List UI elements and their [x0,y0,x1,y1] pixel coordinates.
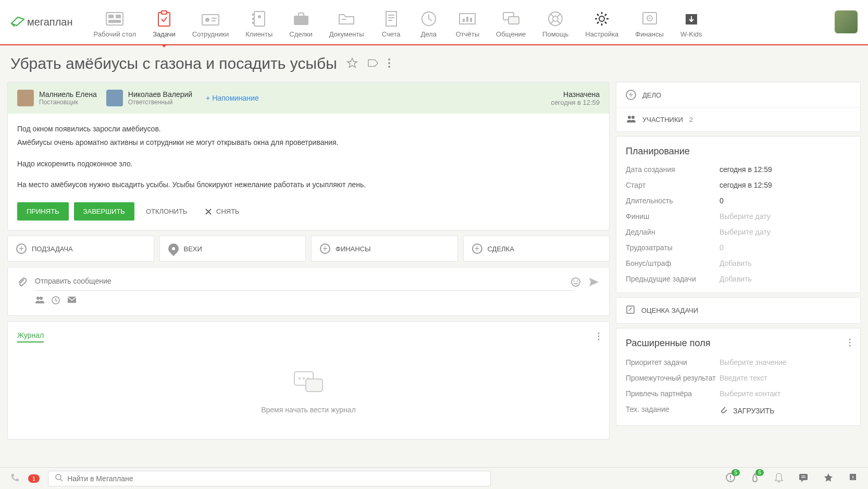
field-value[interactable]: 0 [720,243,724,252]
attachment-icon[interactable] [17,277,27,289]
nav-communication[interactable]: Общение [496,6,526,38]
person-responsible[interactable]: Николаев Валерий Ответственный [106,90,192,106]
nav-clients[interactable]: Клиенты [245,6,272,38]
logo[interactable]: мегаплан [10,16,73,28]
svg-line-65 [60,479,63,481]
plus-icon: + [320,243,330,254]
svg-point-58 [628,116,631,119]
remove-button[interactable]: СНЯТЬ [199,202,245,221]
star-icon[interactable] [346,57,358,70]
svg-rect-3 [108,20,121,23]
svg-rect-5 [162,11,167,14]
comment-icon[interactable] [798,473,809,484]
add-reminder-link[interactable]: + Напоминание [206,94,259,102]
nav-deals[interactable]: Сделки [289,6,312,38]
receipt-icon [381,10,402,27]
user-avatar[interactable] [835,10,858,33]
bell-icon[interactable] [774,472,784,484]
field-placeholder[interactable]: Выберите контакт [720,389,780,398]
mail-icon[interactable] [67,296,77,306]
decline-button[interactable]: ОТКЛОНИТЬ [140,202,193,221]
field-value[interactable]: сегодня в 12:59 [720,181,772,189]
nav-help[interactable]: Помощь [542,6,568,38]
field-value[interactable]: 0 [720,197,724,205]
svg-rect-26 [470,18,472,22]
journal-empty-text: Время начать вести журнал [17,406,600,414]
field-value[interactable]: сегодня в 12:59 [720,165,772,174]
svg-rect-2 [116,15,121,18]
search-icon [55,473,63,483]
nav-documents[interactable]: Документы [329,6,364,38]
rating-panel: ОЦЕНКА ЗАДАЧИ [616,297,861,324]
task-header: Малниель Елена Постановщик Николаев Вале… [8,82,609,114]
fire-icon[interactable]: 6 [750,472,760,484]
svg-point-46 [36,297,40,300]
more-icon[interactable] [849,338,851,348]
svg-point-43 [572,278,580,286]
field-placeholder[interactable]: Выберите дату [720,228,771,236]
edit-icon [626,305,635,316]
send-icon[interactable] [588,277,600,289]
svg-point-50 [598,332,600,334]
nav-desktop[interactable]: Рабочий стол [94,6,137,38]
person-role: Ответственный [128,99,192,106]
participants-row[interactable]: УЧАСТНИКИ 2 [616,107,860,131]
field-placeholder[interactable]: Введите текст [720,374,767,382]
deal-tab[interactable]: +СДЕЛКА [463,236,610,262]
body-line: Амёбиусы очень ароматно активны и сотруд… [17,137,600,148]
nav-tasks[interactable]: Задачи [153,6,176,38]
search-input[interactable] [67,474,484,483]
tag-icon[interactable] [367,58,379,69]
footer-search[interactable] [48,471,491,486]
complete-button[interactable]: ЗАВЕРШИТЬ [74,202,134,221]
nav-settings[interactable]: Настройка [585,6,618,38]
milestones-tab[interactable]: ВЕХИ [159,236,306,262]
call-badge[interactable]: 1 [28,474,40,483]
field-label: Привлечь партнёра [626,389,720,398]
add-deal-row[interactable]: +ДЕЛО [616,82,860,107]
svg-rect-24 [463,19,465,22]
field-placeholder[interactable]: Добавить [720,259,752,267]
field-placeholder[interactable]: Добавить [720,275,752,283]
box-icon [681,10,702,27]
field-placeholder[interactable]: Выберите значение [720,358,787,366]
alert-icon[interactable]: 5 [725,472,736,484]
timer-icon[interactable] [52,296,60,306]
nav-finance[interactable]: Финансы [635,6,664,38]
phone-icon[interactable] [10,473,20,484]
avatar [106,90,123,106]
nav-label: Сотрудники [192,30,229,38]
people-icon[interactable] [35,296,44,306]
more-icon[interactable] [598,332,600,342]
message-input[interactable] [35,277,574,285]
extended-title: Расширенные поля [626,338,710,349]
svg-point-62 [849,342,851,344]
subtask-tab[interactable]: +ПОДЗАДАЧА [7,236,154,262]
svg-rect-0 [106,13,123,25]
nav-label: Рабочий стол [94,30,137,38]
task-rating-row[interactable]: ОЦЕНКА ЗАДАЧИ [616,298,860,323]
person-creator[interactable]: Малниель Елена Постановщик [17,90,97,106]
chart-icon [457,10,478,27]
flag-icon[interactable] [848,473,858,484]
lifebuoy-icon [545,10,566,27]
upload-button[interactable]: ЗАГРУЗИТЬ [720,405,774,416]
field-placeholder[interactable]: Выберите дату [720,212,771,221]
tabs-row: +ПОДЗАДАЧА ВЕХИ +ФИНАНСЫ +СДЕЛКА [7,236,610,262]
more-icon[interactable] [388,58,390,69]
accept-button[interactable]: ПРИНЯТЬ [17,202,69,221]
svg-point-54 [299,377,301,380]
nav-invoices[interactable]: Счета [381,6,402,38]
nav-employees[interactable]: Сотрудники [192,6,229,38]
finance-tab[interactable]: +ФИНАНСЫ [311,236,458,262]
star-filled-icon[interactable] [823,472,834,484]
emoji-icon[interactable] [571,277,581,289]
folder-icon [336,10,357,27]
nav-reports[interactable]: Отчёты [456,6,479,38]
svg-point-68 [730,479,731,480]
chat-empty-icon [290,369,327,395]
nav-wkids[interactable]: W-Kids [680,6,702,38]
journal-tab[interactable]: Журнал [17,331,44,343]
nav-affairs[interactable]: Дела [418,6,439,38]
task-description: Под окном появились заросли амёбиусов. А… [8,114,609,202]
